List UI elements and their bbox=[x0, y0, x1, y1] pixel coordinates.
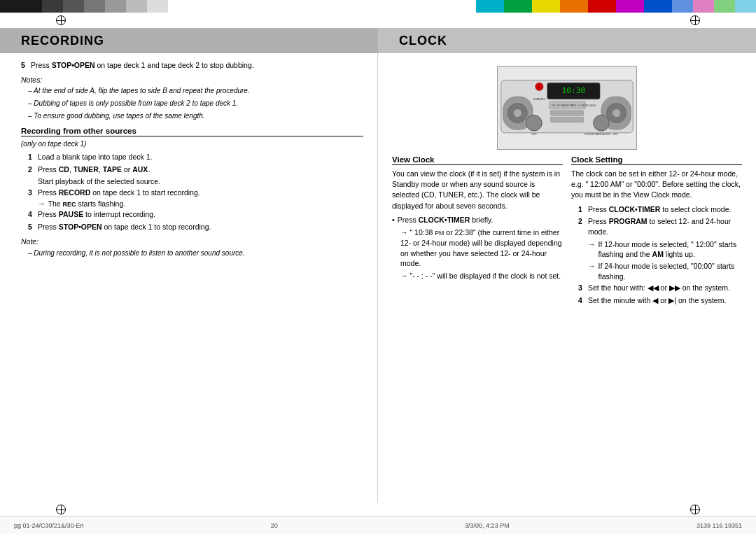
cs-step3-num: 3 bbox=[578, 283, 588, 293]
rec-step3: 3 Press RECORD on tape deck 1 to start r… bbox=[28, 188, 363, 198]
arrow-indent-2: → "- - : - -" will be displayed if the c… bbox=[400, 271, 563, 281]
svg-point-5 bbox=[514, 108, 522, 116]
cs-step1-num: 1 bbox=[578, 204, 588, 215]
rec-step2-sub: Start playback of the selected source. bbox=[38, 177, 363, 185]
note-label2: Note: bbox=[21, 237, 363, 247]
rec-step2-aux: AUX bbox=[132, 165, 148, 174]
clock-sections: View Clock You can view the clock (if it… bbox=[392, 155, 742, 308]
rec-step2: 2 Press CD, TUNER, TAPE or AUX. bbox=[28, 164, 363, 175]
rec-step4: 4 Press PAUSE to interrupt recording. bbox=[28, 209, 363, 220]
step5-item: 5 Press STOP•OPEN on tape deck 1 and tap… bbox=[21, 60, 363, 71]
rec-step3-arrow-text: The REC starts flashing. bbox=[48, 199, 126, 208]
cb-gray3 bbox=[105, 0, 126, 13]
cs-arrow-sym1: → bbox=[588, 239, 596, 260]
arrow-sym-v1: → bbox=[400, 228, 410, 237]
am-label: AM bbox=[652, 250, 664, 258]
rec-step2-tuner: TUNER bbox=[74, 165, 99, 174]
clock-setting-body: The clock can be set in either 12- or 24… bbox=[571, 169, 742, 201]
footer-left: pg 01-24/C30/21&/30-En bbox=[14, 522, 84, 529]
rec-step1: 1 Load a blank tape into tape deck 1. bbox=[28, 152, 363, 162]
pm-label: PM bbox=[435, 230, 444, 237]
subsection-title: Recording from other sources bbox=[21, 127, 363, 136]
cb-ltcyan bbox=[735, 0, 756, 13]
rec-step4-num: 4 bbox=[28, 209, 38, 220]
rec-step5b-num: 5 bbox=[28, 222, 38, 232]
recording-header: RECORDING bbox=[0, 28, 378, 53]
main-body: English 5 Press STOP•OPEN on tape deck 1… bbox=[0, 53, 756, 503]
cb-gray4 bbox=[126, 0, 147, 13]
note1: At the end of side A, flip the tapes to … bbox=[21, 86, 363, 96]
bullet-sym-1: • bbox=[392, 215, 395, 225]
footer-right: 3139 116 19351 bbox=[696, 522, 742, 529]
svg-text:SOUND NAVIGATION · JOG: SOUND NAVIGATION · JOG bbox=[584, 132, 618, 135]
cs-arrow2-text: If 24-hour mode is selected, "00:00" sta… bbox=[598, 261, 743, 281]
bullet1-bold: CLOCK•TIMER bbox=[419, 216, 470, 224]
svg-text:10:38: 10:38 bbox=[561, 86, 585, 95]
footer-page-number: 20 bbox=[271, 522, 278, 529]
arrow-sym-v2: → bbox=[400, 272, 410, 280]
cb-yellow bbox=[532, 0, 560, 13]
svg-rect-10 bbox=[550, 110, 583, 115]
reg-mark-right bbox=[690, 15, 700, 25]
cb-pink bbox=[693, 0, 714, 13]
clock-setting-section: Clock Setting The clock can be set in ei… bbox=[571, 155, 742, 308]
svg-point-17 bbox=[594, 115, 610, 131]
device-image: 10:38 CD 1/2 RADIO TAPE 1-3 VIDEO AUX bbox=[497, 66, 637, 150]
cs-step4: 4 Set the minute with ◀ or ▶| on the sys… bbox=[578, 295, 742, 306]
rec-step3-content: Press RECORD on tape deck 1 to start rec… bbox=[38, 188, 363, 198]
footer: pg 01-24/C30/21&/30-En 20 3/3/00, 4:23 P… bbox=[0, 516, 756, 534]
cb-darkgray bbox=[42, 0, 63, 13]
svg-point-13 bbox=[536, 83, 543, 90]
step5-stopopen: STOP•OPEN bbox=[52, 61, 95, 69]
rec-step1-content: Load a blank tape into tape deck 1. bbox=[38, 152, 363, 162]
reg-mark-left bbox=[56, 15, 66, 25]
subtitle-small: (only on tape deck 1) bbox=[21, 139, 363, 149]
color-bar-top bbox=[0, 0, 756, 13]
step5-num: 5 bbox=[21, 60, 31, 71]
svg-rect-11 bbox=[550, 117, 583, 122]
cb-red bbox=[588, 0, 616, 13]
clock-header: CLOCK bbox=[378, 28, 756, 53]
clock-title: CLOCK bbox=[399, 34, 447, 48]
cs-step4-num: 4 bbox=[578, 295, 588, 306]
clock-column: 10:38 CD 1/2 RADIO TAPE 1-3 VIDEO AUX bbox=[378, 53, 756, 503]
view-clock-title: View Clock bbox=[392, 155, 563, 165]
view-clock-section: View Clock You can view the clock (if it… bbox=[392, 155, 563, 308]
svg-text:CD 1/2  RADIO  TAPE 1-3  VIDEO: CD 1/2 RADIO TAPE 1-3 VIDEO AUX bbox=[552, 104, 596, 107]
cs-step2-num: 2 bbox=[578, 216, 588, 237]
arrow-sym-3: → bbox=[38, 199, 46, 208]
cs-step2-bold: PROGRAM bbox=[609, 217, 648, 225]
reg-mark-bottom-left bbox=[56, 505, 66, 514]
cs-arrow1-text: If 12-hour mode is selected, " 12:00" st… bbox=[598, 239, 743, 260]
note-single: – During recording, it is not possible t… bbox=[21, 248, 363, 258]
cs-arrow-sym2: → bbox=[588, 261, 596, 281]
cs-step3-content: Set the hour with: ◀◀ or ▶▶ on the syste… bbox=[588, 283, 742, 293]
cb-gray2 bbox=[84, 0, 105, 13]
cb-black bbox=[0, 0, 42, 13]
note2: Dubbing of tapes is only possible from t… bbox=[21, 99, 363, 108]
rec-step2-content: Press CD, TUNER, TAPE or AUX. bbox=[38, 164, 363, 175]
cs-step2-content: Press PROGRAM to select 12- and 24-hour … bbox=[588, 216, 742, 237]
cs-step1-content: Press CLOCK•TIMER to select clock mode. bbox=[588, 204, 742, 215]
bullet1: • Press CLOCK•TIMER briefly. bbox=[392, 215, 563, 225]
rec-step4-pause: PAUSE bbox=[59, 210, 83, 218]
cs-step2: 2 Press PROGRAM to select 12- and 24-hou… bbox=[578, 216, 742, 237]
cb-white bbox=[147, 0, 168, 13]
cs-step4-content: Set the minute with ◀ or ▶| on the syste… bbox=[588, 295, 742, 306]
svg-point-15 bbox=[526, 115, 542, 131]
recording-steps: 1 Load a blank tape into tape deck 1. 2 … bbox=[28, 152, 363, 232]
clock-setting-title: Clock Setting bbox=[571, 155, 742, 165]
cs-step1: 1 Press CLOCK•TIMER to select clock mode… bbox=[578, 204, 742, 215]
cb-green bbox=[504, 0, 532, 13]
arrow1-text: " 10:38 PM or 22:38" (the current time i… bbox=[400, 228, 562, 267]
arrow-indent-1: → " 10:38 PM or 22:38" (the current time… bbox=[400, 227, 563, 269]
cb-ltblue bbox=[672, 0, 693, 13]
cb-cyan bbox=[476, 0, 504, 13]
page-content: RECORDING CLOCK English 5 Press STOP•OPE… bbox=[0, 13, 756, 534]
recording-title: RECORDING bbox=[21, 34, 104, 48]
cs-arrow2: → If 24-hour mode is selected, "00:00" s… bbox=[588, 261, 742, 281]
cs-step3: 3 Set the hour with: ◀◀ or ▶▶ on the sys… bbox=[578, 283, 742, 293]
rec-step2-tape: TAPE bbox=[103, 165, 122, 174]
rec-step3-record: RECORD bbox=[59, 188, 91, 197]
svg-text:JOG: JOG bbox=[531, 132, 537, 135]
